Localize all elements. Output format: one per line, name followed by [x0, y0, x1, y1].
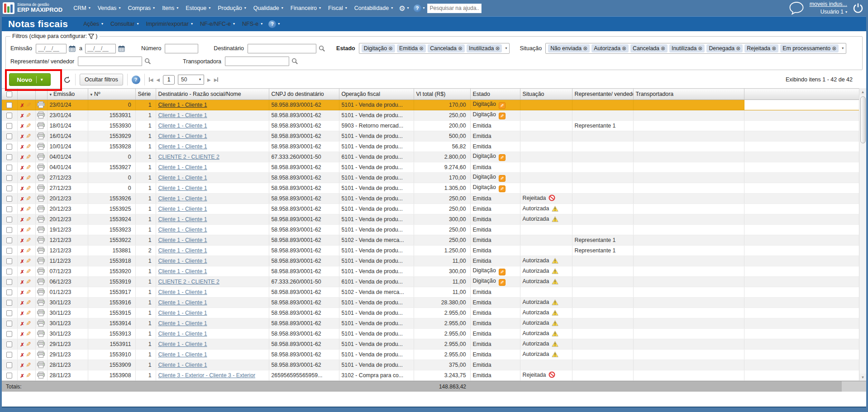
- column-header-cnpj[interactable]: CNPJ do destinatário: [269, 89, 339, 100]
- row-checkbox[interactable]: [6, 154, 12, 160]
- print-icon[interactable]: [35, 225, 47, 235]
- numero-input[interactable]: [165, 44, 198, 53]
- delete-icon[interactable]: ✗: [19, 227, 26, 233]
- app-logo[interactable]: Sistema de gestão ERP MAXIPROD: [3, 2, 62, 14]
- filter-tag-digita-o[interactable]: Digitação⊗: [362, 44, 395, 52]
- edit-icon[interactable]: ✎: [26, 101, 31, 109]
- destinatario-link[interactable]: Cliente 1 - Cliente 1: [158, 320, 207, 327]
- prev-page-icon[interactable]: ◀: [156, 77, 160, 82]
- filter-tag-cancelada[interactable]: Cancelada⊗: [428, 44, 465, 52]
- page-menu-a-es[interactable]: Ações▾: [80, 21, 107, 27]
- menu-produ-o[interactable]: Produção▾: [214, 5, 250, 11]
- edit-icon[interactable]: ✎: [26, 351, 31, 358]
- edit-icon[interactable]: ✎: [26, 278, 31, 285]
- column-header-representante[interactable]: Representante/ vendedor: [572, 89, 633, 100]
- edit-icon[interactable]: ✎: [26, 372, 31, 379]
- page-number-input[interactable]: [163, 75, 175, 85]
- print-icon[interactable]: [35, 131, 47, 142]
- delete-icon[interactable]: ✗: [19, 269, 26, 275]
- row-checkbox[interactable]: [6, 185, 12, 191]
- settings-menu[interactable]: ⚙ ▾: [396, 4, 411, 13]
- delete-icon[interactable]: ✗: [19, 259, 26, 264]
- delete-icon[interactable]: ✗: [19, 352, 26, 358]
- row-checkbox[interactable]: [6, 102, 12, 108]
- edit-state-icon[interactable]: ✎: [499, 279, 506, 286]
- destinatario-link[interactable]: Cliente 1 - Cliente 1: [158, 102, 207, 108]
- destinatario-link[interactable]: CLIENTE 2 - CLIENTE 2: [158, 279, 219, 285]
- logout-icon[interactable]: [853, 3, 863, 14]
- scrollbar-thumb[interactable]: [860, 96, 866, 143]
- row-checkbox[interactable]: [6, 269, 12, 275]
- delete-icon[interactable]: ✗: [19, 144, 26, 150]
- destinatario-input[interactable]: [248, 44, 316, 53]
- row-checkbox[interactable]: [6, 123, 12, 129]
- chevron-down-icon[interactable]: ▾: [842, 47, 844, 50]
- remove-tag-icon[interactable]: ⊗: [736, 45, 740, 52]
- edit-state-icon[interactable]: ✎: [499, 175, 506, 182]
- menu-vendas[interactable]: Vendas▾: [94, 5, 124, 11]
- remove-tag-icon[interactable]: ⊗: [661, 45, 665, 52]
- edit-icon[interactable]: ✎: [26, 153, 31, 161]
- delete-icon[interactable]: ✗: [19, 342, 26, 347]
- row-checkbox[interactable]: [6, 373, 12, 379]
- destinatario-link[interactable]: Cliente 1 - Cliente 1: [158, 351, 207, 358]
- delete-icon[interactable]: ✗: [19, 207, 26, 212]
- print-icon[interactable]: [35, 287, 47, 298]
- delete-icon[interactable]: ✗: [19, 165, 26, 170]
- menu-contabilidade[interactable]: Contabilidade▾: [351, 5, 396, 11]
- destinatario-link[interactable]: CLIENTE 2 - CLIENTE 2: [158, 154, 219, 160]
- destinatario-link[interactable]: Cliente 1 - Cliente 1: [158, 112, 207, 118]
- remove-tag-icon[interactable]: ⊗: [583, 45, 587, 52]
- edit-icon[interactable]: ✎: [26, 361, 31, 369]
- column-header-numero[interactable]: ▾Nº: [88, 89, 135, 100]
- edit-icon[interactable]: ✎: [26, 257, 31, 265]
- destinatario-link[interactable]: Cliente 1 - Cliente 1: [158, 310, 207, 316]
- menu-qualidade[interactable]: Qualidade▾: [250, 5, 287, 11]
- edit-icon[interactable]: ✎: [26, 143, 31, 150]
- edit-icon[interactable]: ✎: [26, 237, 31, 244]
- remove-tag-icon[interactable]: ⊗: [832, 45, 836, 52]
- print-icon[interactable]: [35, 256, 47, 266]
- chat-icon[interactable]: [789, 1, 804, 15]
- delete-icon[interactable]: ✗: [19, 217, 26, 223]
- print-icon[interactable]: [35, 277, 47, 287]
- print-icon[interactable]: [35, 235, 47, 246]
- edit-state-icon[interactable]: ✎: [499, 269, 506, 275]
- page-help-menu[interactable]: ? ▾: [266, 20, 282, 28]
- row-checkbox[interactable]: [6, 258, 12, 264]
- edit-icon[interactable]: ✎: [26, 174, 31, 181]
- row-checkbox[interactable]: [6, 248, 12, 254]
- edit-icon[interactable]: ✎: [26, 309, 31, 317]
- column-header-destinatario[interactable]: Destinatário - Razão social/Nome: [156, 89, 269, 100]
- edit-icon[interactable]: ✎: [26, 216, 31, 223]
- destinatario-link[interactable]: Cliente 1 - Cliente 1: [158, 268, 207, 275]
- remove-tag-icon[interactable]: ⊗: [622, 45, 626, 52]
- edit-icon[interactable]: ✎: [26, 299, 31, 306]
- page-menu-nfs-e[interactable]: NFS-e▾: [238, 21, 266, 27]
- edit-icon[interactable]: ✎: [26, 112, 31, 119]
- delete-icon[interactable]: ✗: [19, 331, 26, 337]
- edit-state-icon[interactable]: ✎: [499, 185, 506, 192]
- emissao-from-input[interactable]: [36, 44, 67, 53]
- delete-icon[interactable]: ✗: [19, 321, 26, 327]
- help-icon[interactable]: ?: [132, 76, 140, 84]
- destinatario-link[interactable]: Cliente 1 - Cliente 1: [158, 143, 207, 150]
- destinatario-link[interactable]: Cliente 1 - Cliente 1: [158, 175, 207, 181]
- remove-tag-icon[interactable]: ⊗: [698, 45, 702, 52]
- destinatario-link[interactable]: Cliente 1 - Cliente 1: [158, 247, 207, 254]
- destinatario-link[interactable]: Cliente 3 - Exterior - Cliente 3 - Exter…: [158, 372, 256, 379]
- delete-icon[interactable]: ✗: [19, 134, 26, 139]
- delete-icon[interactable]: ✗: [19, 113, 26, 118]
- print-icon[interactable]: [35, 329, 47, 339]
- row-checkbox[interactable]: [6, 206, 12, 212]
- row-checkbox[interactable]: [6, 227, 12, 233]
- page-size-select[interactable]: 50 ▾: [178, 75, 204, 85]
- edit-icon[interactable]: ✎: [26, 226, 31, 233]
- search-icon[interactable]: [143, 58, 152, 65]
- situacao-filter[interactable]: Não enviada⊗Autorizada⊗Cancelada⊗Inutili…: [545, 43, 846, 54]
- search-icon[interactable]: [291, 58, 299, 65]
- destinatario-link[interactable]: Cliente 1 - Cliente 1: [158, 341, 207, 347]
- destinatario-link[interactable]: Cliente 1 - Cliente 1: [158, 362, 207, 368]
- print-icon[interactable]: [35, 360, 47, 370]
- edit-icon[interactable]: ✎: [26, 320, 31, 327]
